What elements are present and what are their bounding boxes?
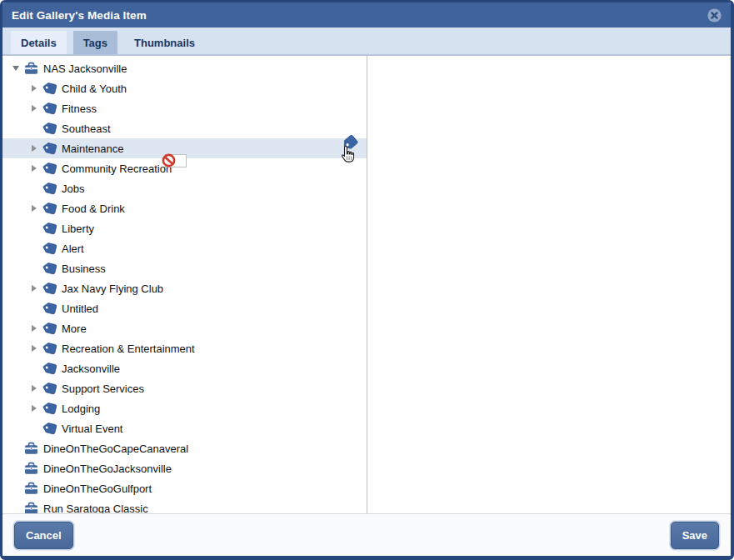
- tag-icon: [42, 302, 57, 316]
- tree-item[interactable]: DineOnTheGoJacksonville: [2, 458, 367, 478]
- tree-item[interactable]: Community Recreation: [2, 158, 367, 178]
- dialog-footer: Cancel Save: [2, 513, 731, 556]
- tree-item[interactable]: Support Services: [2, 378, 367, 398]
- tree-item[interactable]: Jobs: [2, 178, 367, 198]
- expander-spacer: [27, 302, 41, 315]
- tag-icon: [42, 242, 57, 256]
- expander-collapsed-icon[interactable]: [27, 102, 41, 115]
- tree-item-label: DineOnTheGoGulfport: [42, 482, 152, 495]
- tree-item[interactable]: DineOnTheGoGulfport: [2, 478, 367, 498]
- tree-item-label: Community Recreation: [61, 162, 172, 175]
- tree-item-label: Maintenance: [61, 142, 123, 155]
- tree-item[interactable]: Business: [2, 258, 367, 278]
- tag-icon: [42, 202, 57, 216]
- tree-item[interactable]: Jacksonville: [2, 358, 367, 378]
- expander-collapsed-icon[interactable]: [27, 322, 41, 335]
- tab-thumbnails[interactable]: Thumbnails: [124, 31, 205, 54]
- expander-spacer: [27, 362, 41, 375]
- expander-spacer: [9, 462, 22, 475]
- tree-item[interactable]: Food & Drink: [2, 198, 367, 218]
- expander-spacer: [27, 122, 41, 135]
- tree-item[interactable]: Untitled: [2, 298, 367, 318]
- tag-icon: [42, 182, 57, 196]
- tag-icon: [42, 422, 57, 436]
- tag-icon: [42, 262, 57, 276]
- cancel-button[interactable]: Cancel: [14, 522, 73, 549]
- expander-spacer: [9, 482, 22, 495]
- tree-item-label: Alert: [61, 242, 84, 255]
- tab-thumbnails-label: Thumbnails: [134, 37, 195, 49]
- tree-item[interactable]: More: [2, 318, 367, 338]
- dialog-body: NAS JacksonvilleChild & YouthFitnessSout…: [2, 56, 731, 513]
- tree-item[interactable]: Jax Navy Flying Club: [2, 278, 367, 298]
- tree-item[interactable]: Maintenance: [2, 138, 367, 158]
- tree-item-label: DineOnTheGoCapeCanaveral: [42, 442, 188, 455]
- expander-spacer: [9, 502, 22, 513]
- tag-icon: [42, 322, 57, 336]
- tree-item-label: Liberty: [61, 222, 94, 235]
- tag-icon: [42, 382, 57, 396]
- dialog-titlebar: Edit Gallery's Media Item: [2, 2, 731, 28]
- tree-item-label: DineOnTheGoJacksonville: [42, 462, 172, 475]
- tree-item[interactable]: Fitness: [2, 98, 367, 118]
- tag-icon: [42, 222, 57, 236]
- workspace-icon: [24, 442, 38, 456]
- expander-collapsed-icon[interactable]: [27, 342, 41, 355]
- save-button[interactable]: Save: [671, 522, 719, 549]
- tree-item[interactable]: Southeast: [2, 118, 367, 138]
- tab-details[interactable]: Details: [11, 31, 67, 54]
- expander-collapsed-icon[interactable]: [27, 82, 41, 95]
- tree-item-label: NAS Jacksonville: [42, 62, 127, 75]
- workspace-icon: [24, 482, 38, 496]
- tree-item[interactable]: Run Saratoga Classic: [2, 498, 367, 513]
- expander-spacer: [27, 262, 41, 275]
- tree-item-label: Jax Navy Flying Club: [61, 282, 163, 295]
- workspace-icon: [24, 462, 38, 476]
- tab-tags[interactable]: Tags: [73, 31, 117, 54]
- tree-item[interactable]: Recreation & Entertainment: [2, 338, 367, 358]
- expander-spacer: [9, 442, 22, 455]
- tree-item-label: Run Saratoga Classic: [42, 502, 148, 514]
- expander-collapsed-icon[interactable]: [27, 282, 41, 295]
- tree-item-label: Jacksonville: [61, 362, 120, 375]
- dialog-title: Edit Gallery's Media Item: [12, 9, 147, 22]
- tree-item[interactable]: Virtual Event: [2, 418, 367, 438]
- tree-item-label: Virtual Event: [61, 422, 122, 435]
- workspace-icon: [24, 502, 38, 514]
- tag-icon: [42, 162, 57, 176]
- tab-details-label: Details: [21, 37, 57, 49]
- expander-spacer: [27, 422, 41, 435]
- expander-collapsed-icon[interactable]: [27, 382, 41, 395]
- tag-icon: [42, 342, 57, 356]
- tree-item[interactable]: Alert: [2, 238, 367, 258]
- expander-spacer: [27, 182, 41, 195]
- tag-detail-panel: [367, 56, 731, 513]
- tree-item[interactable]: Child & Youth: [2, 78, 367, 98]
- tab-bar: Details Tags Thumbnails: [2, 28, 731, 56]
- expander-collapsed-icon[interactable]: [27, 142, 41, 155]
- tree-item-label: Support Services: [61, 382, 144, 395]
- tags-tree-panel[interactable]: NAS JacksonvilleChild & YouthFitnessSout…: [2, 56, 367, 513]
- tree-item-label: Jobs: [61, 182, 84, 195]
- tag-icon: [42, 142, 57, 156]
- expander-expanded-icon[interactable]: [9, 62, 22, 75]
- tree-item-label: Business: [61, 262, 106, 275]
- tree-item[interactable]: Lodging: [2, 398, 367, 418]
- tree-item[interactable]: NAS Jacksonville: [2, 58, 367, 78]
- expander-spacer: [27, 222, 41, 235]
- expander-collapsed-icon[interactable]: [27, 402, 41, 415]
- close-icon[interactable]: [707, 8, 722, 22]
- tree-item-label: Southeast: [61, 122, 111, 135]
- tag-icon: [42, 402, 57, 416]
- tree-item-label: More: [61, 322, 87, 335]
- tree-item[interactable]: DineOnTheGoCapeCanaveral: [2, 438, 367, 458]
- expander-collapsed-icon[interactable]: [27, 162, 41, 175]
- expander-collapsed-icon[interactable]: [27, 202, 41, 215]
- tree-item-label: Lodging: [61, 402, 100, 415]
- edit-gallery-media-item-dialog: Edit Gallery's Media Item Details Tags T…: [0, 0, 734, 560]
- expander-spacer: [27, 242, 41, 255]
- tab-tags-label: Tags: [83, 37, 107, 49]
- tree-item-label: Food & Drink: [61, 202, 125, 215]
- tag-icon: [42, 282, 57, 296]
- tree-item[interactable]: Liberty: [2, 218, 367, 238]
